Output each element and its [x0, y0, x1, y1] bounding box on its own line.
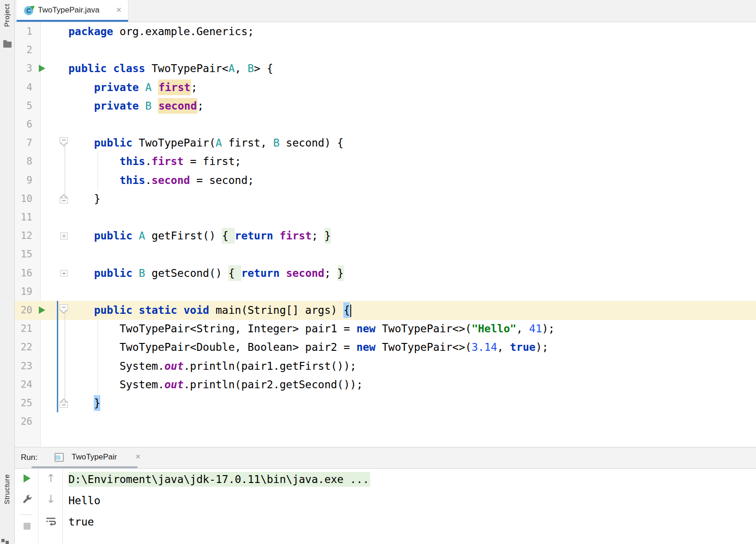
- line-number[interactable]: 3: [15, 59, 41, 78]
- code-token: second) {: [280, 137, 343, 149]
- close-icon[interactable]: ×: [135, 452, 140, 461]
- code-line[interactable]: 20 public static void main(String[] args…: [15, 301, 756, 320]
- line-number[interactable]: 16: [15, 264, 41, 282]
- settings-button[interactable]: [20, 493, 33, 506]
- fold-start-icon[interactable]: [60, 305, 68, 314]
- code-text: }: [68, 189, 756, 208]
- tab-title: TwoTypePair.java: [38, 6, 99, 15]
- code-token: [139, 81, 145, 93]
- fold-start-icon[interactable]: [60, 137, 68, 147]
- code-text: System.out.println(pair1.getFirst());: [68, 357, 756, 375]
- line-number[interactable]: 22: [15, 338, 41, 356]
- project-folder-icon[interactable]: [3, 42, 12, 48]
- code-line[interactable]: 1package org.example.Generics;: [15, 22, 756, 41]
- code-token: new: [356, 323, 376, 335]
- code-line[interactable]: 7 public TwoTypePair(A first, B second) …: [15, 134, 756, 153]
- tool-window-stripe: Project Structure: [0, 0, 15, 544]
- close-icon[interactable]: ×: [116, 5, 122, 14]
- soft-wrap-button[interactable]: [44, 515, 57, 528]
- line-number[interactable]: 21: [15, 319, 41, 338]
- code-token: B: [248, 62, 254, 74]
- code-token: B: [145, 100, 152, 112]
- run-tab-underline: [31, 466, 138, 468]
- sidebar-item-project[interactable]: Project: [3, 4, 11, 27]
- code-token: public: [94, 267, 132, 279]
- run-line-icon[interactable]: [39, 65, 45, 72]
- code-line[interactable]: 26: [15, 412, 756, 431]
- line-number[interactable]: 7: [15, 134, 41, 152]
- code-line[interactable]: 16+ public B getSecond() { return second…: [15, 264, 756, 283]
- line-number[interactable]: 2: [15, 41, 41, 59]
- line-number[interactable]: 24: [15, 375, 41, 394]
- tab-twotypepair-java[interactable]: C TwoTypePair.java ×: [17, 0, 128, 22]
- line-number[interactable]: 5: [15, 97, 41, 115]
- code-line[interactable]: 23 System.out.println(pair1.getFirst());: [15, 357, 756, 376]
- stop-button-disabled[interactable]: [20, 520, 33, 532]
- vcs-change-bar[interactable]: [57, 301, 58, 412]
- run-console[interactable]: D:\Enviroment\java\jdk-17.0.11\bin\java.…: [63, 469, 756, 544]
- code-token: .: [145, 155, 152, 167]
- line-number[interactable]: 23: [15, 357, 41, 375]
- line-number[interactable]: 1: [15, 22, 41, 41]
- code-line[interactable]: 3public class TwoTypePair<A, B> {: [15, 59, 756, 78]
- bottom-left-toolwindow-icon[interactable]: [1, 536, 9, 544]
- line-number[interactable]: 10: [15, 189, 41, 208]
- up-stacktrace-button[interactable]: ↑: [44, 472, 57, 485]
- code-token: true: [510, 341, 535, 353]
- code-token: ;: [191, 81, 197, 93]
- line-number[interactable]: 20: [15, 301, 41, 319]
- indent-guide: [98, 153, 98, 189]
- line-number[interactable]: 11: [15, 208, 41, 226]
- code-token: A: [228, 62, 235, 74]
- code-token: second: [152, 174, 190, 186]
- line-number[interactable]: 9: [15, 171, 41, 189]
- code-line[interactable]: 2: [15, 41, 756, 60]
- code-line[interactable]: 15: [15, 245, 756, 264]
- code-token: [139, 100, 145, 112]
- code-text: public static void main(String[] args) {: [68, 301, 756, 319]
- down-stacktrace-button[interactable]: ↓: [44, 493, 57, 506]
- code-line[interactable]: 8 this.first = first;: [15, 152, 756, 171]
- code-line[interactable]: 5 private B second;: [15, 97, 756, 116]
- code-token: [68, 304, 94, 316]
- code-line[interactable]: 25 }: [15, 394, 756, 413]
- line-number[interactable]: 19: [15, 282, 41, 301]
- code-line[interactable]: 12+ public A getFirst() { return first; …: [15, 226, 756, 245]
- line-number[interactable]: 6: [15, 115, 41, 134]
- code-token: this: [120, 155, 145, 167]
- code-editor[interactable]: 1package org.example.Generics;23public c…: [15, 22, 756, 447]
- rerun-button[interactable]: [20, 472, 33, 485]
- line-number[interactable]: 4: [15, 78, 41, 97]
- line-number[interactable]: 26: [15, 412, 41, 431]
- run-line-icon[interactable]: [39, 306, 45, 314]
- code-token: System.: [68, 379, 165, 391]
- arrow-up-icon: ↑: [46, 472, 55, 485]
- code-token: }: [68, 193, 100, 205]
- unfold-icon[interactable]: +: [61, 270, 67, 277]
- line-number[interactable]: 15: [15, 245, 41, 263]
- line-number[interactable]: 12: [15, 226, 41, 245]
- code-line[interactable]: 22 TwoTypePair<Double, Boolean> pair2 = …: [15, 338, 756, 357]
- code-line[interactable]: 9 this.second = second;: [15, 171, 756, 190]
- line-number[interactable]: 8: [15, 152, 41, 171]
- active-tab-underline: [17, 20, 128, 22]
- code-line[interactable]: 6: [15, 115, 756, 134]
- line-number[interactable]: 25: [15, 394, 41, 412]
- unfold-icon[interactable]: +: [61, 232, 67, 239]
- code-line[interactable]: 24 System.out.println(pair2.getSecond())…: [15, 375, 756, 394]
- code-token: return: [235, 230, 273, 242]
- code-line[interactable]: 21 TwoTypePair<String, Integer> pair1 = …: [15, 319, 756, 338]
- code-token: B: [139, 267, 145, 279]
- code-line[interactable]: 11: [15, 208, 756, 227]
- fold-end-icon[interactable]: [60, 398, 68, 408]
- fold-end-icon[interactable]: [60, 194, 68, 203]
- code-line[interactable]: 19: [15, 282, 756, 301]
- code-token: System.: [68, 360, 165, 372]
- code-line[interactable]: 4 private A first;: [15, 78, 756, 97]
- sidebar-item-structure[interactable]: Structure: [3, 474, 11, 504]
- code-token: this: [120, 174, 145, 186]
- code-token: return: [241, 267, 280, 279]
- code-line[interactable]: 10 }: [15, 189, 756, 208]
- console-line: true: [68, 511, 756, 532]
- code-token: ,: [235, 62, 248, 74]
